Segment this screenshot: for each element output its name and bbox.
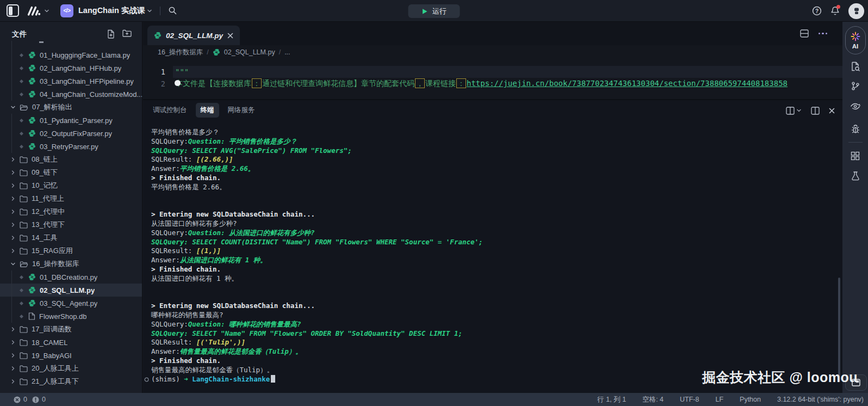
status-item[interactable]: 3.12.2 64-bit ('shims': pyenv) bbox=[777, 396, 864, 403]
tree-file[interactable]: 03_RetryParser.py bbox=[0, 140, 142, 153]
new-file-icon[interactable] bbox=[107, 29, 115, 39]
run-button[interactable]: 运行 bbox=[408, 4, 460, 18]
tree-folder[interactable]: 14_工具 bbox=[0, 231, 142, 244]
project-name[interactable]: LangChain 实战课 bbox=[78, 5, 145, 16]
testing-icon[interactable] bbox=[851, 171, 860, 181]
tree-item-label: 13_代理下 bbox=[32, 220, 65, 230]
tree-folder[interactable]: 17_回调函数 bbox=[0, 323, 142, 336]
tree-folder[interactable]: 09_链下 bbox=[0, 166, 142, 179]
breadcrumb-folder[interactable]: 16_操作数据库 bbox=[158, 48, 203, 57]
tree-item-label: 17_回调函数 bbox=[32, 324, 72, 334]
split-panel-icon[interactable] bbox=[811, 107, 820, 115]
terminal-line: > Finished chain. bbox=[151, 356, 842, 366]
errors-count[interactable]: 0 bbox=[23, 396, 27, 403]
status-item[interactable]: UTF-8 bbox=[680, 396, 699, 403]
tree-file[interactable]: 02_SQL_LLM.py bbox=[0, 284, 142, 297]
tree-item-label: 20_人脉工具上 bbox=[32, 364, 79, 373]
project-badge-icon[interactable]: </> bbox=[60, 4, 73, 17]
breadcrumb: 16_操作数据库 / 02_SQL_LLM.py / ... bbox=[143, 45, 842, 59]
terminal-line: Answer:从法国进口的鲜花有 1 种。 bbox=[151, 256, 842, 265]
panel-tab-active[interactable]: 终端 bbox=[196, 103, 219, 118]
tree-folder[interactable]: 13_代理下 bbox=[0, 218, 142, 231]
code-line: 1""" bbox=[143, 66, 842, 78]
search-icon[interactable] bbox=[168, 6, 177, 15]
tab-02-sql-llm[interactable]: 02_SQL_LLM.py bbox=[147, 26, 240, 45]
scrollbar[interactable] bbox=[838, 278, 840, 382]
status-item[interactable]: 空格: 4 bbox=[642, 395, 664, 404]
status-item[interactable]: Python bbox=[740, 396, 761, 403]
source-control-icon[interactable] bbox=[851, 81, 860, 91]
tree-folder[interactable]: 21_人脉工具下 bbox=[0, 375, 142, 388]
new-folder-icon[interactable] bbox=[122, 29, 132, 39]
tree-folder[interactable]: 12_代理中 bbox=[0, 205, 142, 218]
tree-folder[interactable]: 11_代理上 bbox=[0, 192, 142, 205]
errors-icon[interactable] bbox=[14, 396, 21, 403]
code-editor[interactable]: 1"""2本文件是【连接数据库：通过链和代理查询鲜花信息】章节的配套代码，课程链… bbox=[143, 59, 842, 99]
tree-file[interactable]: 01_Pydantic_Parser.py bbox=[0, 114, 142, 127]
close-icon[interactable] bbox=[227, 33, 233, 39]
python-file-icon bbox=[28, 51, 36, 59]
terminal-line: 从法国进口的鲜花有多少种? bbox=[151, 219, 842, 229]
terminal-line bbox=[151, 201, 842, 210]
toggle-sidebar-icon[interactable] bbox=[7, 4, 19, 17]
status-item[interactable]: LF bbox=[715, 396, 723, 403]
help-icon[interactable]: ? bbox=[812, 6, 822, 16]
breadcrumb-more[interactable]: ... bbox=[284, 48, 290, 56]
search-files-icon[interactable] bbox=[851, 61, 860, 71]
tree-file[interactable]: 03_SQL_Agent.py bbox=[0, 297, 142, 310]
tree-item-label: 02_OutputFixParser.py bbox=[40, 130, 112, 138]
panel-tab-inactive[interactable]: 网络服务 bbox=[228, 103, 255, 118]
python-file-icon bbox=[28, 299, 36, 307]
tree-folder[interactable]: 16_操作数据库 bbox=[0, 257, 142, 270]
more-actions-icon[interactable] bbox=[819, 33, 828, 35]
code-text: """ bbox=[175, 67, 189, 76]
terminal-line: SQLResult: [('Tulip',)] bbox=[151, 338, 842, 347]
status-item[interactable]: 行 1, 列 1 bbox=[597, 395, 626, 404]
tree-file[interactable]: 02_OutputFixParser.py bbox=[0, 127, 142, 140]
tree-folder[interactable]: 10_记忆 bbox=[0, 179, 142, 192]
line-number: 1 bbox=[143, 67, 165, 76]
tree-item-label: 12_代理中 bbox=[32, 207, 65, 217]
tree-file[interactable]: 01_DBCreation.py bbox=[0, 270, 142, 284]
terminal-line bbox=[151, 192, 842, 201]
tree-file[interactable]: 01_HugggingFace_Llama.py bbox=[0, 48, 142, 61]
tree-folder[interactable]: 15_RAG应用 bbox=[0, 244, 142, 257]
chevron-right-icon bbox=[10, 327, 16, 332]
live-watch-icon[interactable] bbox=[850, 102, 861, 111]
close-panel-icon[interactable] bbox=[829, 108, 835, 114]
terminal-text: SQLQuery: bbox=[151, 229, 188, 237]
tree-folder[interactable]: 19_BabyAGI bbox=[0, 349, 142, 362]
tree-folder[interactable]: 20_人脉工具上 bbox=[0, 362, 142, 375]
ai-assistant-button[interactable]: AI bbox=[845, 26, 866, 54]
tree-file[interactable]: 02_LangChain_HFHub.py bbox=[0, 61, 142, 75]
panel-tab-inactive[interactable]: 调试控制台 bbox=[153, 103, 187, 118]
split-terminal-icon[interactable] bbox=[786, 107, 802, 115]
extensions-icon[interactable] bbox=[851, 151, 860, 161]
tree-folder[interactable]: 18_CAMEL bbox=[0, 336, 142, 349]
terminal-line bbox=[151, 284, 842, 293]
warnings-icon[interactable] bbox=[32, 396, 39, 403]
chevron-down-icon[interactable] bbox=[147, 8, 152, 14]
tree-item-label: 21_人脉工具下 bbox=[32, 377, 79, 386]
tree-file[interactable]: 04_LangChain_CustomizeMod... bbox=[0, 88, 142, 101]
terminal-line: SQLResult: [(1,)] bbox=[151, 247, 842, 256]
code-link[interactable]: https://juejin.cn/book/73877023474361303… bbox=[467, 79, 788, 88]
tree-file[interactable]: 03_LangChain_HFPipeline.py bbox=[0, 75, 142, 88]
warnings-count[interactable]: 0 bbox=[42, 396, 46, 403]
tree-file[interactable]: FlowerShop.db bbox=[0, 310, 142, 323]
tree-folder[interactable]: 07_解析输出 bbox=[0, 101, 142, 114]
notifications-bell-icon[interactable] bbox=[830, 6, 840, 16]
debug-icon[interactable] bbox=[851, 124, 860, 134]
tree-item-label: 10_记忆 bbox=[32, 181, 58, 190]
terminal[interactable]: 平均销售价格是多少？SQLQuery:Question: 平均销售价格是多少？S… bbox=[143, 121, 842, 393]
split-editor-icon[interactable] bbox=[800, 29, 809, 38]
file-explorer: 文件 01_HugggingFace_Llama.py02_LangChain_… bbox=[0, 22, 142, 393]
breadcrumb-file[interactable]: 02_SQL_LLM.py bbox=[224, 48, 275, 56]
tree-folder[interactable]: 08_链上 bbox=[0, 153, 142, 166]
chevron-down-icon[interactable] bbox=[44, 8, 49, 14]
tree-item-label: 16_操作数据库 bbox=[32, 259, 79, 269]
app-logo-icon[interactable] bbox=[27, 5, 41, 16]
avatar[interactable] bbox=[848, 3, 864, 19]
indent-guide bbox=[11, 270, 12, 323]
tree-item-label: 11_代理上 bbox=[32, 194, 64, 204]
